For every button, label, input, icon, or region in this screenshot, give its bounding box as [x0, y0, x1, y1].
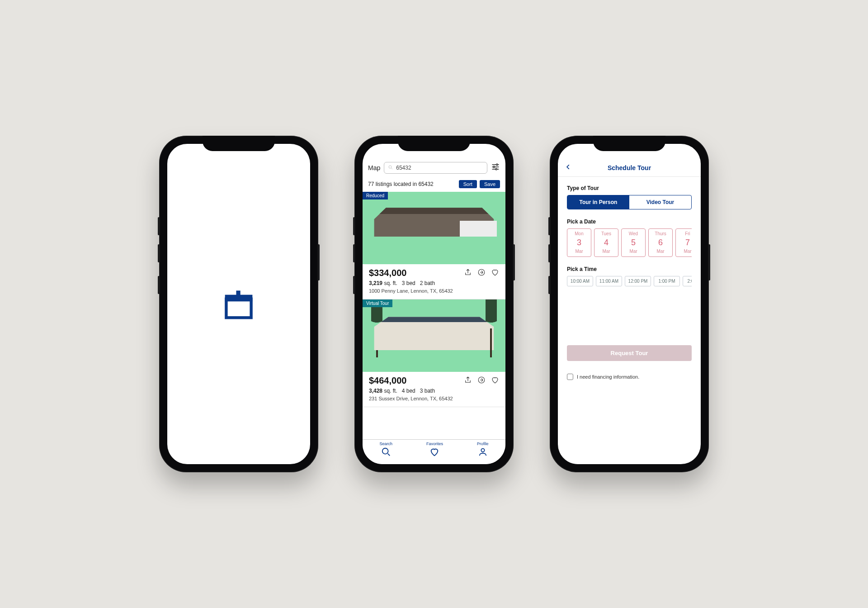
directions-icon[interactable]: [477, 268, 486, 278]
listing-price: $334,000: [369, 268, 406, 278]
listing-card[interactable]: Reduced $334,000 3,219: [363, 192, 505, 299]
seg-tour-person[interactable]: Tour in Person: [567, 195, 629, 209]
phone-notch: [203, 136, 275, 151]
listings-screen: Map 65432 77 listings located in 65432 S…: [363, 144, 505, 464]
listing-info: $464,000 3,428 sq. ft. 4 bed 3 bath 231 …: [363, 372, 505, 407]
search-icon: [381, 447, 391, 458]
svg-rect-2: [236, 290, 240, 296]
results-bar: 77 listings located in 65432 Sort Save: [363, 177, 505, 192]
tab-profile[interactable]: Profile: [477, 442, 489, 458]
schedule-screen: Schedule Tour Type of Tour Tour in Perso…: [558, 144, 701, 464]
listing-price: $464,000: [369, 375, 406, 386]
tab-bar: Search Favorites Profile: [363, 439, 505, 464]
tour-type-segmented: Tour in Person Video Tour: [567, 195, 692, 209]
time-option[interactable]: 2:00 PM: [683, 276, 692, 286]
sort-button[interactable]: Sort: [459, 180, 477, 188]
listing-info: $334,000 3,219 sq. ft. 3 bed 2 bath 1000…: [363, 264, 505, 299]
save-search-button[interactable]: Save: [480, 180, 500, 188]
financing-checkbox-row[interactable]: I need financing information.: [567, 374, 692, 380]
date-option[interactable]: Wed5Mar: [621, 228, 646, 257]
listing-scroll[interactable]: Reduced $334,000 3,219: [363, 192, 505, 439]
phone-mockup-listings: Map 65432 77 listings located in 65432 S…: [354, 136, 514, 472]
schedule-body: Type of Tour Tour in Person Video Tour P…: [558, 177, 701, 380]
splash-screen: [167, 144, 310, 464]
date-option[interactable]: Tues4Mar: [594, 228, 618, 257]
search-input[interactable]: 65432: [384, 162, 487, 174]
section-label: Pick a Date: [567, 218, 692, 225]
search-icon: [388, 164, 396, 172]
time-picker-row[interactable]: 10:00 AM 11:00 AM 12:00 PM 1:00 PM 2:00 …: [567, 276, 692, 286]
heart-icon: [429, 447, 439, 458]
tour-type-section: Type of Tour Tour in Person Video Tour: [567, 185, 692, 209]
listing-photo: [363, 192, 505, 264]
date-option[interactable]: Mon3Mar: [567, 228, 591, 257]
date-picker-row[interactable]: Mon3Mar Tues4Mar Wed5Mar Thurs6Mar Fri7M…: [567, 228, 692, 257]
tab-label: Search: [379, 442, 392, 446]
directions-icon[interactable]: [477, 376, 486, 386]
listing-card[interactable]: Virtual Tour $464,000: [363, 299, 505, 407]
listing-address: 231 Sussex Drive, Lennon, TX, 65432: [369, 396, 499, 401]
heart-icon[interactable]: [491, 268, 499, 278]
filter-icon[interactable]: [491, 162, 500, 173]
tab-search[interactable]: Search: [379, 442, 392, 458]
svg-point-6: [496, 164, 498, 165]
date-option[interactable]: Fri7Mar: [675, 228, 692, 257]
phone-notch: [398, 136, 470, 151]
svg-line-14: [387, 454, 390, 456]
share-icon[interactable]: [464, 268, 472, 278]
svg-rect-0: [226, 299, 251, 318]
heart-icon[interactable]: [491, 376, 499, 386]
pick-date-section: Pick a Date Mon3Mar Tues4Mar Wed5Mar Thu…: [567, 218, 692, 257]
time-option[interactable]: 11:00 AM: [596, 276, 622, 286]
person-icon: [478, 447, 488, 458]
tab-label: Favorites: [426, 442, 443, 446]
page-title: Schedule Tour: [565, 164, 693, 171]
listing-address: 1000 Penny Lane, Lennon, TX, 65432: [369, 288, 499, 294]
date-option[interactable]: Thurs6Mar: [648, 228, 673, 257]
svg-point-13: [382, 448, 388, 454]
svg-point-3: [389, 166, 392, 168]
share-icon[interactable]: [464, 376, 472, 386]
tab-label: Profile: [477, 442, 489, 446]
section-label: Type of Tour: [567, 185, 692, 191]
section-label: Pick a Time: [567, 266, 692, 272]
financing-label: I need financing information.: [577, 374, 639, 380]
splash-content: [167, 144, 310, 464]
svg-point-15: [481, 449, 484, 452]
phone-mockup-schedule: Schedule Tour Type of Tour Tour in Perso…: [550, 136, 709, 472]
time-option[interactable]: 1:00 PM: [654, 276, 680, 286]
svg-point-8: [493, 166, 495, 167]
search-value: 65432: [396, 165, 411, 171]
time-option[interactable]: 10:00 AM: [567, 276, 593, 286]
svg-line-4: [392, 168, 393, 170]
listing-badge: Virtual Tour: [363, 299, 392, 307]
checkbox-icon[interactable]: [567, 374, 573, 380]
pick-time-section: Pick a Time 10:00 AM 11:00 AM 12:00 PM 1…: [567, 266, 692, 286]
seg-tour-video[interactable]: Video Tour: [629, 195, 691, 209]
phone-notch: [593, 136, 665, 151]
listing-photo: [363, 299, 505, 372]
tab-favorites[interactable]: Favorites: [426, 442, 443, 458]
house-logo-icon: [218, 282, 259, 326]
time-option[interactable]: 12:00 PM: [625, 276, 651, 286]
phone-mockup-splash: [159, 136, 318, 472]
results-count: 77 listings located in 65432: [368, 181, 434, 187]
map-toggle[interactable]: Map: [368, 164, 380, 171]
listing-badge: Reduced: [363, 192, 388, 200]
svg-point-10: [495, 168, 497, 170]
request-tour-button[interactable]: Request Tour: [567, 345, 692, 361]
